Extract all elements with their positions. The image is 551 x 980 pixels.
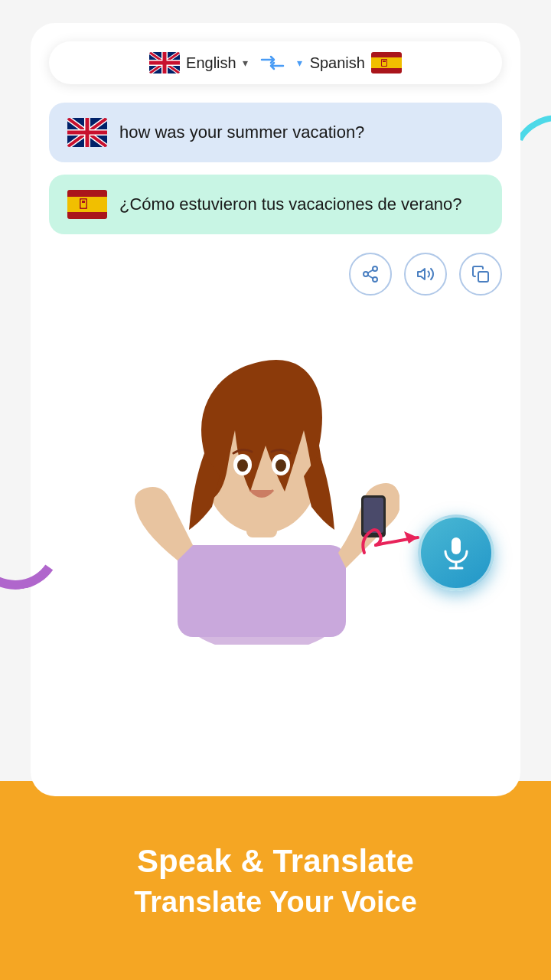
svg-line-31 — [368, 276, 373, 279]
share-button[interactable] — [349, 253, 392, 296]
person-illustration — [124, 315, 399, 645]
arrow-annotation — [318, 499, 425, 576]
svg-rect-22 — [67, 131, 107, 135]
to-language-name: Spanish — [310, 54, 365, 72]
swap-languages-button[interactable] — [256, 54, 289, 72]
spanish-bubble-text: ¿Cómo estuvieron tus vacaciones de veran… — [119, 193, 462, 217]
copy-button[interactable] — [459, 253, 502, 296]
svg-rect-34 — [478, 272, 488, 282]
svg-marker-33 — [418, 269, 425, 279]
from-language-dropdown-arrow[interactable]: ▾ — [243, 57, 248, 69]
language-selector-bar[interactable]: English ▾ ▾ Spanish — [49, 41, 502, 84]
from-language-name: English — [186, 54, 236, 72]
svg-rect-8 — [149, 61, 180, 65]
from-language-selector[interactable]: English ▾ — [149, 52, 248, 74]
es-flag-icon — [371, 52, 402, 74]
svg-rect-45 — [452, 537, 461, 554]
svg-point-41 — [237, 459, 248, 472]
english-chat-bubble: how was your summer vacation? — [49, 103, 502, 162]
spanish-chat-bubble: ¿Cómo estuvieron tus vacaciones de veran… — [49, 175, 502, 234]
microphone-button[interactable] — [418, 514, 494, 591]
bottom-section: Speak & Translate Translate Your Voice — [0, 781, 551, 980]
app-title: Speak & Translate — [137, 843, 414, 880]
bubble-es-flag-icon — [67, 190, 107, 219]
mic-icon — [438, 534, 474, 571]
svg-rect-27 — [82, 201, 85, 203]
bubble-uk-flag-icon — [67, 118, 107, 147]
svg-line-32 — [368, 270, 373, 273]
svg-marker-48 — [404, 531, 418, 544]
image-area — [49, 308, 502, 645]
swap-dropdown-arrow[interactable]: ▾ — [297, 57, 302, 69]
main-card: English ▾ ▾ Spanish — [31, 23, 520, 796]
svg-point-42 — [276, 459, 286, 472]
action-buttons-row — [49, 253, 502, 296]
app-subtitle: Translate Your Voice — [134, 886, 417, 919]
audio-button[interactable] — [404, 253, 447, 296]
svg-rect-13 — [383, 60, 386, 62]
english-bubble-text: how was your summer vacation? — [119, 121, 364, 145]
to-language-selector[interactable]: Spanish — [310, 52, 402, 74]
uk-flag-icon — [149, 52, 180, 74]
